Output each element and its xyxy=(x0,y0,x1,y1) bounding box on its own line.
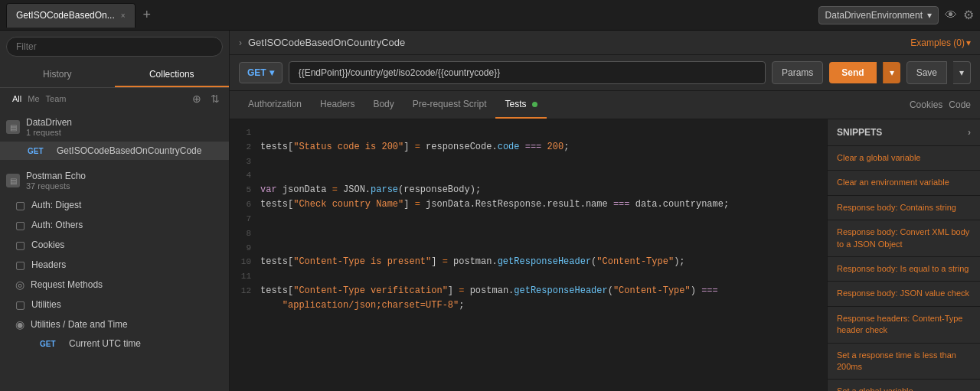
code-editor[interactable]: 1 2 tests["Status code is 200"] = respon… xyxy=(230,119,827,391)
collection-postmanecho: ▤ Postman Echo 37 requests ▢ Auth: Diges… xyxy=(0,163,229,356)
folder-name-headers: Headers xyxy=(31,259,66,270)
folder-request-methods[interactable]: ◎ Request Methods xyxy=(0,275,229,295)
collection-header-postmanecho[interactable]: ▤ Postman Echo 37 requests xyxy=(0,166,229,195)
folder-cookies[interactable]: ▢ Cookies xyxy=(0,235,229,255)
request-item-getiso[interactable]: GET GetISOCodeBasedOnCountryCode xyxy=(0,142,229,160)
sort-button[interactable]: ⇅ xyxy=(207,91,223,106)
collection-sub-postmanecho: 37 requests xyxy=(26,181,86,191)
url-bar: GET ▾ Params Send ▾ Save ▾ xyxy=(230,55,980,91)
tab-tests[interactable]: Tests xyxy=(495,91,546,119)
collection-name-postmanecho: Postman Echo xyxy=(26,171,86,181)
code-link[interactable]: Code xyxy=(949,99,971,110)
save-button[interactable]: Save xyxy=(906,61,947,84)
settings-icon[interactable]: ⚙ xyxy=(963,8,974,22)
folder-auth-others[interactable]: ▢ Auth: Others xyxy=(0,215,229,235)
environment-selector[interactable]: DataDrivenEnvironment ▾ xyxy=(818,6,939,24)
filter-all[interactable]: All xyxy=(12,94,21,103)
folder-icon-authothers: ▢ xyxy=(15,219,25,231)
code-line-2: 2 tests["Status code is 200"] = response… xyxy=(230,140,827,155)
tab-prerequest[interactable]: Pre-request Script xyxy=(403,91,496,119)
send-button[interactable]: Send xyxy=(829,62,876,83)
tab-body[interactable]: Body xyxy=(364,91,403,119)
code-line-3: 3 xyxy=(230,155,827,169)
send-dropdown-button[interactable]: ▾ xyxy=(883,62,900,83)
snippets-title: SNIPPETS xyxy=(837,127,882,138)
folder-name-requestmethods: Request Methods xyxy=(31,279,103,290)
eye-icon[interactable]: 👁 xyxy=(945,8,957,22)
request-bar: › GetISOCodeBasedOnCountryCode Examples … xyxy=(230,31,980,55)
save-dropdown-button[interactable]: ▾ xyxy=(953,61,971,84)
tabs-right: Cookies Code xyxy=(910,99,971,110)
snippet-set-global[interactable]: Set a global variable xyxy=(828,380,980,391)
collection-header-datadriven[interactable]: ▤ DataDriven 1 request xyxy=(0,112,229,142)
folder-icon-utilities: ▢ xyxy=(15,298,25,311)
tab-collections[interactable]: Collections xyxy=(115,63,230,87)
code-line-6: 6 tests["Check country Name"] = jsonData… xyxy=(230,197,827,212)
snippets-collapse-icon[interactable]: › xyxy=(968,127,971,138)
env-dropdown-icon: ▾ xyxy=(927,10,932,21)
group-filter: All Me Team xyxy=(6,91,72,106)
snippet-clear-global[interactable]: Clear a global variable xyxy=(828,146,980,171)
folder-utilities-datetime[interactable]: ◉ Utilities / Date and Time xyxy=(0,314,229,334)
params-button[interactable]: Params xyxy=(772,61,823,84)
snippets-header: SNIPPETS › xyxy=(828,119,980,146)
snippet-response-time[interactable]: Set a response time is less than 200ms xyxy=(828,344,980,380)
request-title: GetISOCodeBasedOnCountryCode xyxy=(248,37,405,48)
filter-input[interactable] xyxy=(6,37,223,57)
code-line-10: 10 tests["Content-Type is present"] = po… xyxy=(230,255,827,269)
top-bar: GetISOCodeBasedOn... × + DataDrivenEnvir… xyxy=(0,0,980,31)
new-collection-button[interactable]: ⊕ xyxy=(189,91,204,106)
code-line-1: 1 xyxy=(230,125,827,140)
snippets-panel: SNIPPETS › Clear a global variable Clear… xyxy=(827,119,980,391)
cookies-link[interactable]: Cookies xyxy=(910,99,942,110)
breadcrumb-arrow: › xyxy=(239,37,242,48)
folder-headers[interactable]: ▢ Headers xyxy=(0,255,229,275)
snippet-response-equal[interactable]: Response body: Is equal to a string xyxy=(828,257,980,282)
method-selector[interactable]: GET ▾ xyxy=(239,62,283,83)
method-label: GET xyxy=(247,67,266,78)
code-line-7: 7 xyxy=(230,212,827,226)
active-tab[interactable]: GetISOCodeBasedOn... × xyxy=(6,3,136,28)
folder-utilities[interactable]: ▢ Utilities xyxy=(0,295,229,314)
sidebar-list: ▤ DataDriven 1 request GET GetISOCodeBas… xyxy=(0,109,229,391)
snippet-response-contains[interactable]: Response body: Contains string xyxy=(828,196,980,220)
tab-close-icon[interactable]: × xyxy=(121,11,126,20)
method-badge-get: GET xyxy=(28,147,51,155)
tab-label: GetISOCodeBasedOn... xyxy=(16,10,115,21)
sidebar-search xyxy=(0,31,229,63)
folder-icon-requestmethods: ◎ xyxy=(15,279,24,291)
filter-team[interactable]: Team xyxy=(46,94,67,103)
folder-name-authothers: Auth: Others xyxy=(31,220,83,230)
request-item-currentutc[interactable]: GET Current UTC time xyxy=(0,334,229,353)
snippet-clear-env[interactable]: Clear an environment variable xyxy=(828,171,980,195)
snippet-response-xml[interactable]: Response body: Convert XML body to a JSO… xyxy=(828,220,980,257)
request-name-getiso: GetISOCodeBasedOnCountryCode xyxy=(57,145,201,156)
folder-name-authdigest: Auth: Digest xyxy=(31,200,81,210)
code-line-4: 4 xyxy=(230,168,827,183)
folder-auth-digest[interactable]: ▢ Auth: Digest xyxy=(0,195,229,215)
new-tab-button[interactable]: + xyxy=(139,7,156,23)
request-name-currentutc: Current UTC time xyxy=(69,338,141,349)
folder-icon-headers: ▢ xyxy=(15,259,25,271)
url-input[interactable] xyxy=(289,61,766,84)
method-badge-currentutc: GET xyxy=(40,340,63,348)
method-dropdown-icon: ▾ xyxy=(270,67,274,78)
tests-indicator xyxy=(532,102,537,107)
code-line-8: 8 xyxy=(230,226,827,241)
examples-link[interactable]: Examples (0) ▾ xyxy=(910,37,971,48)
tab-headers[interactable]: Headers xyxy=(311,91,364,119)
collection-datadriven: ▤ DataDriven 1 request GET GetISOCodeBas… xyxy=(0,109,229,163)
tab-authorization[interactable]: Authorization xyxy=(239,91,311,119)
env-name: DataDrivenEnvironment xyxy=(825,10,923,21)
filter-me[interactable]: Me xyxy=(28,94,39,103)
collection-name-datadriven: DataDriven xyxy=(26,117,72,128)
snippet-response-header[interactable]: Response headers: Content-Type header ch… xyxy=(828,307,980,344)
tab-history[interactable]: History xyxy=(0,63,115,87)
examples-label: Examples (0) xyxy=(910,37,965,48)
snippet-response-json[interactable]: Response body: JSON value check xyxy=(828,282,980,306)
folder-name-cookies: Cookies xyxy=(31,239,64,250)
collection-icon-datadriven: ▤ xyxy=(6,120,20,134)
sidebar: History Collections All Me Team ⊕ ⇅ ▤ Da… xyxy=(0,31,230,391)
main-layout: History Collections All Me Team ⊕ ⇅ ▤ Da… xyxy=(0,31,980,391)
folder-name-utilitiesdatetime: Utilities / Date and Time xyxy=(31,319,128,330)
